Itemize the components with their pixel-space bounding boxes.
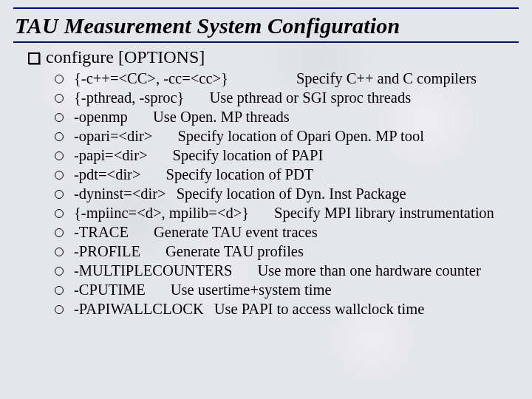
option-item: {-mpiinc=<d>, mpilib=<d>}Specify MPI lib… — [55, 203, 511, 222]
configure-row: configure [OPTIONS] — [28, 47, 511, 67]
option-flag: -MULTIPLECOUNTERS — [74, 262, 233, 279]
option-text: -PAPIWALLCLOCKUse PAPI to access wallclo… — [74, 299, 511, 318]
option-text: {-pthread, -sproc}Use pthread or SGI spr… — [74, 88, 511, 107]
option-flag: -CPUTIME — [74, 282, 146, 298]
option-item: {-pthread, -sproc}Use pthread or SGI spr… — [55, 88, 511, 107]
option-flag: -pdt=<dir> — [74, 166, 140, 183]
circle-bullet-icon — [55, 305, 64, 314]
option-text: {-c++=<CC>, -cc=<cc>}Specify C++ and C c… — [74, 69, 511, 88]
option-flag: {-mpiinc=<d>, mpilib=<d>} — [74, 205, 249, 221]
circle-bullet-icon — [55, 94, 64, 103]
option-desc: Use more than one hardware counter — [258, 262, 481, 279]
option-desc: Use pthread or SGI sproc threads — [209, 89, 411, 106]
option-item: -openmpUse Open. MP threads — [55, 107, 511, 126]
option-item: -MULTIPLECOUNTERSUse more than one hardw… — [55, 261, 511, 280]
options-list: {-c++=<CC>, -cc=<cc>}Specify C++ and C c… — [28, 69, 511, 318]
option-desc: Specify location of Opari Open. MP tool — [177, 128, 423, 144]
circle-bullet-icon — [55, 151, 64, 160]
option-item: -papi=<dir>Specify location of PAPI — [55, 146, 511, 165]
option-desc: Specify location of Dyn. Inst Package — [177, 185, 406, 202]
option-item: {-c++=<CC>, -cc=<cc>}Specify C++ and C c… — [55, 69, 511, 88]
option-flag: -PROFILE — [74, 243, 140, 259]
option-desc: Generate TAU profiles — [166, 243, 304, 259]
option-text: -pdt=<dir>Specify location of PDT — [74, 165, 511, 184]
circle-bullet-icon — [55, 248, 64, 256]
option-text: -openmpUse Open. MP threads — [74, 107, 511, 126]
option-flag: -PAPIWALLCLOCK — [74, 301, 204, 317]
option-item: -PROFILEGenerate TAU profiles — [55, 242, 511, 261]
option-desc: Specify location of PDT — [166, 166, 313, 183]
configure-line: configure [OPTIONS] — [46, 47, 205, 67]
option-item: -opari=<dir>Specify location of Opari Op… — [55, 126, 511, 146]
option-text: -dyninst=<dir>Specify location of Dyn. I… — [74, 184, 511, 203]
option-item: -dyninst=<dir>Specify location of Dyn. I… — [55, 184, 511, 203]
option-text: -TRACEGenerate TAU event traces — [74, 222, 511, 242]
option-desc: Specify MPI library instrumentation — [274, 205, 494, 221]
circle-bullet-icon — [55, 209, 64, 218]
option-flag: -TRACE — [74, 224, 129, 240]
circle-bullet-icon — [55, 113, 64, 122]
slide-content: configure [OPTIONS] {-c++=<CC>, -cc=<cc>… — [0, 44, 532, 318]
option-flag: -openmp — [74, 109, 128, 125]
option-desc: Specify location of PAPI — [173, 147, 324, 163]
title-bar: TAU Measurement System Configuration — [0, 0, 532, 44]
option-text: -papi=<dir>Specify location of PAPI — [74, 146, 511, 165]
option-text: -PROFILEGenerate TAU profiles — [74, 242, 511, 261]
circle-bullet-icon — [55, 228, 64, 237]
circle-bullet-icon — [55, 132, 64, 141]
square-bullet-icon — [28, 52, 40, 64]
option-desc: Use usertime+system time — [171, 282, 332, 298]
option-desc: Use PAPI to access wallclock time — [214, 301, 424, 317]
option-item: -pdt=<dir>Specify location of PDT — [55, 165, 511, 184]
option-item: -CPUTIMEUse usertime+system time — [55, 280, 511, 299]
option-desc: Specify C++ and C compilers — [296, 70, 477, 86]
option-item: -PAPIWALLCLOCKUse PAPI to access wallclo… — [55, 299, 511, 318]
option-flag: -papi=<dir> — [74, 147, 148, 163]
option-item: -TRACEGenerate TAU event traces — [55, 222, 511, 242]
option-text: -CPUTIMEUse usertime+system time — [74, 280, 511, 299]
option-flag: -opari=<dir> — [74, 128, 152, 144]
option-flag: {-c++=<CC>, -cc=<cc>} — [74, 70, 228, 86]
page-title: TAU Measurement System Configuration — [13, 7, 519, 43]
option-flag: {-pthread, -sproc} — [74, 89, 184, 106]
circle-bullet-icon — [55, 171, 64, 180]
circle-bullet-icon — [55, 190, 64, 199]
option-text: -opari=<dir>Specify location of Opari Op… — [74, 126, 511, 146]
option-desc: Generate TAU event traces — [154, 224, 318, 240]
option-text: -MULTIPLECOUNTERSUse more than one hardw… — [74, 261, 511, 280]
circle-bullet-icon — [55, 267, 64, 276]
circle-bullet-icon — [55, 286, 64, 295]
option-text: {-mpiinc=<d>, mpilib=<d>}Specify MPI lib… — [74, 203, 511, 222]
option-flag: -dyninst=<dir> — [74, 185, 166, 202]
circle-bullet-icon — [55, 75, 64, 83]
option-desc: Use Open. MP threads — [153, 109, 290, 125]
